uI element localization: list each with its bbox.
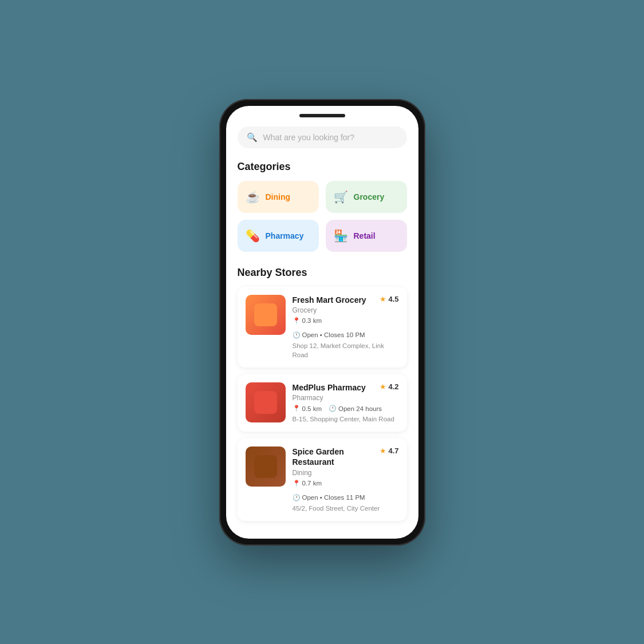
categories-grid: ☕ Dining 🛒 Grocery 💊 Pharmacy 🏪 Retail	[238, 181, 407, 252]
store-rating-medplus: ★ 4.2	[380, 382, 398, 391]
location-icon-fresh-mart: 📍	[293, 317, 301, 325]
rating-value-spice-garden: 4.7	[388, 447, 398, 455]
star-icon-fresh-mart: ★	[380, 295, 386, 303]
scroll-content: 🔍 What are you looking for? Categories ☕…	[226, 122, 418, 539]
star-icon-medplus: ★	[380, 382, 386, 391]
store-rating-fresh-mart: ★ 4.5	[380, 295, 398, 303]
distance-spice-garden: 📍 0.7 km	[293, 480, 322, 487]
store-card-medplus[interactable]: 💊 MedPlus Pharmacy ★ 4.2 Pharmacy	[238, 374, 407, 432]
grocery-icon: 🛒	[334, 190, 348, 204]
store-meta-medplus: 📍 0.5 km 🕐 Open 24 hours	[293, 405, 399, 412]
distance-medplus: 📍 0.5 km	[293, 405, 322, 412]
rating-value-medplus: 4.2	[388, 382, 398, 391]
retail-label: Retail	[354, 231, 376, 240]
retail-icon: 🏪	[334, 229, 348, 243]
clock-icon-medplus: 🕐	[329, 405, 337, 412]
svg-rect-4	[254, 455, 277, 478]
notch-bar	[226, 106, 418, 122]
store-name-spice-garden: Spice Garden Restaurant	[293, 447, 380, 467]
store-info-fresh-mart: Fresh Mart Grocery ★ 4.5 Grocery 📍 0.3 k…	[293, 295, 399, 359]
nearby-stores-title: Nearby Stores	[238, 267, 407, 279]
dining-label: Dining	[266, 192, 291, 202]
search-placeholder: What are you looking for?	[263, 133, 355, 142]
store-card-fresh-mart[interactable]: 🏪 Fresh Mart Grocery ★ 4.5 Grocery	[238, 287, 407, 368]
category-pharmacy[interactable]: 💊 Pharmacy	[238, 220, 319, 252]
store-meta-spice-garden: 📍 0.7 km 🕐 Open • Closes 11 PM	[293, 480, 399, 501]
clock-icon-spice-garden: 🕐	[293, 494, 301, 501]
star-icon-spice-garden: ★	[380, 447, 386, 455]
store-header-fresh-mart: Fresh Mart Grocery ★ 4.5	[293, 295, 399, 305]
categories-title: Categories	[238, 161, 407, 173]
svg-rect-0	[254, 303, 277, 326]
store-category-fresh-mart: Grocery	[293, 306, 399, 314]
store-name-medplus: MedPlus Pharmacy	[293, 382, 366, 393]
store-card-spice-garden[interactable]: 🍛 Spice Garden Restaurant ★ 4.7 Dining	[238, 438, 407, 520]
stores-list: 🏪 Fresh Mart Grocery ★ 4.5 Grocery	[238, 287, 407, 521]
address-medplus: B-15, Shopping Center, Main Road	[293, 414, 399, 424]
hours-medplus: 🕐 Open 24 hours	[329, 405, 382, 412]
store-image-spice-garden: 🍛	[246, 447, 286, 487]
category-dining[interactable]: ☕ Dining	[238, 181, 319, 213]
dining-icon: ☕	[246, 190, 260, 204]
location-icon-spice-garden: 📍	[293, 480, 301, 487]
phone-screen: 🔍 What are you looking for? Categories ☕…	[226, 106, 418, 539]
store-category-spice-garden: Dining	[293, 469, 399, 477]
store-meta-fresh-mart: 📍 0.3 km 🕐 Open • Closes 10 PM	[293, 317, 399, 339]
hours-fresh-mart: 🕐 Open • Closes 10 PM	[293, 331, 365, 339]
store-image-fresh-mart: 🏪	[246, 295, 286, 335]
store-header-spice-garden: Spice Garden Restaurant ★ 4.7	[293, 447, 399, 467]
location-icon-medplus: 📍	[293, 405, 301, 412]
address-spice-garden: 45/2, Food Street, City Center	[293, 504, 399, 513]
category-grocery[interactable]: 🛒 Grocery	[326, 181, 407, 213]
store-rating-spice-garden: ★ 4.7	[380, 447, 398, 455]
svg-rect-2	[254, 391, 277, 414]
hours-spice-garden: 🕐 Open • Closes 11 PM	[293, 494, 365, 501]
clock-icon-fresh-mart: 🕐	[293, 331, 301, 339]
store-info-spice-garden: Spice Garden Restaurant ★ 4.7 Dining 📍 0…	[293, 447, 399, 512]
store-header-medplus: MedPlus Pharmacy ★ 4.2	[293, 382, 399, 393]
store-info-medplus: MedPlus Pharmacy ★ 4.2 Pharmacy 📍 0.5 km	[293, 382, 399, 424]
store-category-medplus: Pharmacy	[293, 394, 399, 402]
grocery-label: Grocery	[354, 192, 385, 202]
store-name-fresh-mart: Fresh Mart Grocery	[293, 295, 366, 305]
store-image-medplus: 💊	[246, 382, 286, 422]
search-icon: 🔍	[247, 132, 258, 143]
address-fresh-mart: Shop 12, Market Complex, Link Road	[293, 341, 399, 359]
pharmacy-label: Pharmacy	[266, 231, 304, 240]
category-retail[interactable]: 🏪 Retail	[326, 220, 407, 252]
phone-frame: 🔍 What are you looking for? Categories ☕…	[219, 99, 425, 546]
rating-value-fresh-mart: 4.5	[388, 295, 398, 303]
search-bar[interactable]: 🔍 What are you looking for?	[238, 127, 407, 148]
notch	[299, 114, 345, 117]
pharmacy-icon: 💊	[246, 229, 260, 243]
distance-fresh-mart: 📍 0.3 km	[293, 317, 322, 325]
